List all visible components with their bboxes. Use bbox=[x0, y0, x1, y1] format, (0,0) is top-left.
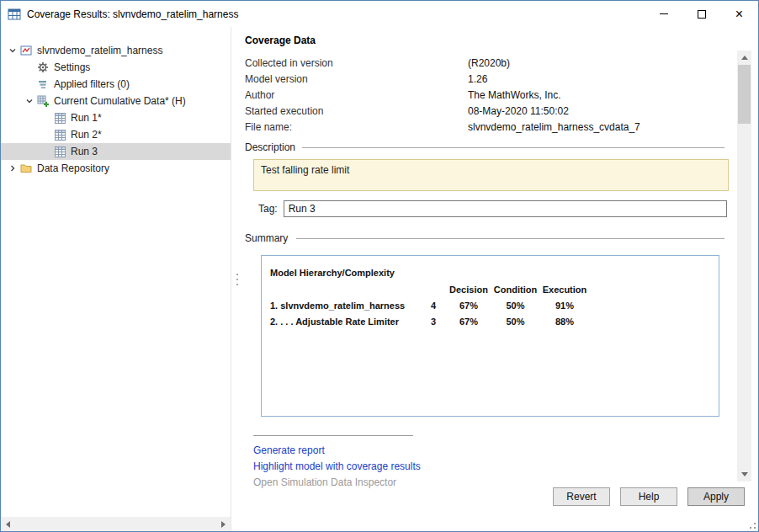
description-text: Test falling rate limit bbox=[261, 164, 349, 176]
field-value: The MathWorks, Inc. bbox=[468, 89, 724, 101]
tree-item-cumulative-data[interactable]: Current Cumulative Data* (H) bbox=[1, 93, 231, 109]
tree-item-label: Run 1* bbox=[71, 109, 102, 126]
details-vertical-scrollbar[interactable] bbox=[737, 51, 751, 481]
tree-item-model-root[interactable]: slvnvdemo_ratelim_harness bbox=[1, 42, 231, 59]
vertical-scroll-thumb[interactable] bbox=[738, 65, 751, 124]
splitter-dot bbox=[236, 279, 238, 280]
window-resize-grip[interactable] bbox=[746, 519, 756, 529]
field-value: 08-May-2020 11:50:02 bbox=[468, 105, 724, 117]
help-button[interactable]: Help bbox=[620, 487, 677, 506]
column-header-execution: Execution bbox=[539, 285, 591, 295]
chevron-down-icon[interactable] bbox=[23, 94, 36, 108]
execution-value: 91% bbox=[539, 301, 591, 311]
splitter-dot bbox=[236, 284, 238, 285]
tree-item-label: Settings bbox=[54, 59, 90, 76]
maximize-icon bbox=[698, 10, 706, 19]
field-value: slvnvdemo_ratelim_harness_cvdata_7 bbox=[468, 121, 724, 133]
twisty-spacer bbox=[40, 128, 53, 141]
apply-button[interactable]: Apply bbox=[687, 487, 745, 506]
twisty-spacer bbox=[40, 111, 53, 125]
window-title: Coverage Results: slvnvdemo_ratelim_harn… bbox=[27, 8, 645, 20]
tree-item-run-3[interactable]: Run 3 bbox=[1, 143, 231, 160]
field-row: Started execution 08-May-2020 11:50:02 bbox=[245, 103, 724, 119]
empty-cell bbox=[422, 285, 445, 295]
tree-item-label: Run 2* bbox=[71, 126, 102, 143]
field-row: File name: slvnvdemo_ratelim_harness_cvd… bbox=[245, 119, 724, 135]
scroll-left-button[interactable] bbox=[1, 517, 15, 531]
results-tree-panel: slvnvdemo_ratelim_harness Settings Appli… bbox=[1, 27, 231, 531]
summary-label: Summary bbox=[245, 232, 288, 244]
description-textarea[interactable]: Test falling rate limit bbox=[253, 159, 729, 191]
horizontal-scroll-track[interactable] bbox=[15, 517, 216, 531]
revert-button[interactable]: Revert bbox=[553, 487, 610, 506]
tree-item-data-repository[interactable]: Data Repository bbox=[1, 160, 231, 177]
scroll-down-button[interactable] bbox=[737, 467, 751, 481]
folder-icon bbox=[19, 162, 33, 175]
field-label: File name: bbox=[245, 121, 468, 133]
tag-input[interactable] bbox=[284, 200, 727, 217]
minimize-button[interactable] bbox=[645, 1, 682, 27]
filter-list-icon bbox=[36, 77, 50, 91]
tree-item-settings[interactable]: Settings bbox=[1, 59, 231, 76]
field-label: Collected in version bbox=[245, 57, 468, 69]
tag-label: Tag: bbox=[258, 203, 278, 215]
field-label: Author bbox=[245, 89, 468, 101]
section-rule bbox=[302, 147, 724, 148]
tree-item-label: Current Cumulative Data* (H) bbox=[54, 93, 186, 109]
app-icon bbox=[8, 8, 21, 21]
open-sdi-link: Open Simulation Data Inspector bbox=[253, 475, 396, 491]
highlight-model-link[interactable]: Highlight model with coverage results bbox=[253, 459, 421, 475]
summary-report: Model Hierarchy/Complexity Decision Cond… bbox=[261, 255, 719, 417]
summary-table: Decision Condition Execution 1. slvnvdem… bbox=[270, 285, 710, 327]
model-chart-icon bbox=[19, 44, 33, 57]
data-grid-icon bbox=[53, 111, 66, 125]
data-grid-icon bbox=[53, 145, 66, 158]
empty-cell bbox=[270, 285, 422, 295]
complexity-value: 4 bbox=[422, 301, 445, 311]
model-row-name: 1. slvnvdemo_ratelim_harness bbox=[270, 301, 422, 311]
minimize-icon bbox=[660, 13, 668, 14]
tree-item-run-1[interactable]: Run 1* bbox=[1, 109, 231, 126]
field-label: Started execution bbox=[245, 105, 468, 117]
scroll-down-icon bbox=[741, 472, 748, 476]
section-rule bbox=[296, 238, 724, 239]
tree-item-run-2[interactable]: Run 2* bbox=[1, 126, 231, 143]
field-row: Collected in version (R2020b) bbox=[245, 55, 724, 71]
action-links: Generate report Highlight model with cov… bbox=[253, 443, 724, 491]
tree-item-applied-filters[interactable]: Applied filters (0) bbox=[1, 76, 231, 93]
field-value: 1.26 bbox=[468, 73, 724, 85]
splitter-dot bbox=[236, 274, 238, 275]
field-row: Model version 1.26 bbox=[245, 71, 724, 87]
panel-heading: Coverage Data bbox=[245, 35, 724, 46]
vertical-scroll-track[interactable] bbox=[737, 65, 751, 467]
panel-splitter[interactable] bbox=[231, 27, 243, 531]
condition-value: 50% bbox=[492, 301, 539, 311]
model-row-name: 2. . . . Adjustable Rate Limiter bbox=[270, 317, 422, 327]
field-row: Author The MathWorks, Inc. bbox=[245, 87, 724, 103]
title-bar[interactable]: Coverage Results: slvnvdemo_ratelim_harn… bbox=[1, 1, 758, 27]
coverage-data-panel: Coverage Data Collected in version (R202… bbox=[243, 27, 758, 531]
twisty-spacer bbox=[23, 61, 36, 74]
tree-item-label: Data Repository bbox=[37, 160, 109, 177]
scroll-left-icon bbox=[6, 521, 10, 528]
complexity-value: 3 bbox=[422, 317, 445, 327]
description-section-header: Description bbox=[245, 141, 724, 154]
generate-report-link[interactable]: Generate report bbox=[253, 443, 325, 459]
chevron-down-icon[interactable] bbox=[6, 44, 19, 57]
execution-value: 88% bbox=[539, 317, 591, 327]
scroll-right-icon bbox=[221, 521, 226, 528]
coverage-data-content: Coverage Data Collected in version (R202… bbox=[243, 27, 758, 491]
twisty-spacer bbox=[40, 145, 53, 158]
scroll-up-button[interactable] bbox=[737, 51, 751, 65]
column-header-condition: Condition bbox=[492, 285, 539, 295]
data-grid-icon bbox=[53, 128, 66, 141]
tree-horizontal-scrollbar[interactable] bbox=[1, 517, 231, 531]
tag-row: Tag: bbox=[258, 200, 727, 218]
chevron-right-icon[interactable] bbox=[6, 162, 19, 175]
maximize-button[interactable] bbox=[682, 1, 720, 27]
close-button[interactable]: × bbox=[720, 1, 758, 27]
column-header-decision: Decision bbox=[445, 285, 492, 295]
scroll-right-button[interactable] bbox=[216, 517, 231, 531]
grid-plus-icon bbox=[36, 94, 50, 108]
description-label: Description bbox=[245, 141, 295, 153]
